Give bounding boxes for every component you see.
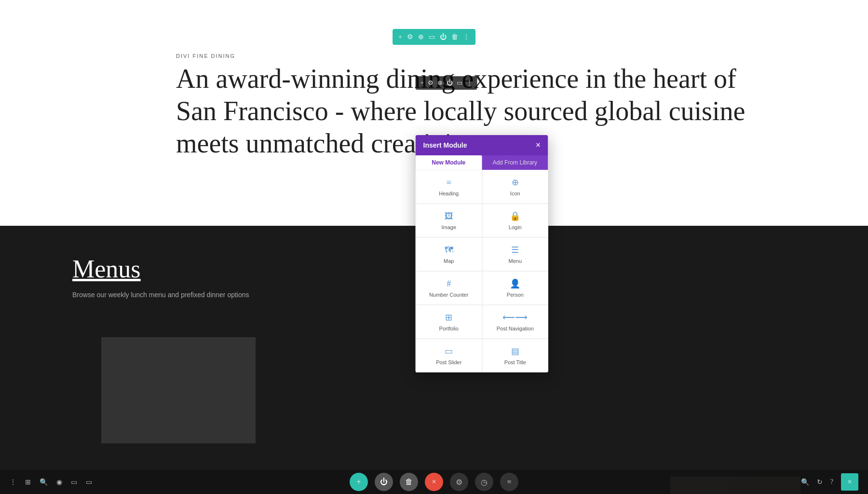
bb-mobile-icon[interactable]: ▭ [86,478,92,486]
portfolio-label: Portfolio [439,326,458,331]
heading-icon: ≡ [446,178,451,188]
module-item-portfolio[interactable]: ⊞ Portfolio [416,305,482,339]
module-item-login[interactable]: 🔒 Login [482,204,548,237]
inline-settings-icon[interactable]: ⚙ [428,79,434,87]
bb-circle-icon[interactable]: ◉ [56,478,62,486]
settings-icon[interactable]: ⚙ [407,33,413,41]
heading-label: Heading [439,191,459,196]
delete-icon[interactable]: 🗑 [451,33,458,41]
module-item-icon[interactable]: ⊕ Icon [482,170,548,204]
bb-add-button[interactable]: + [350,473,368,491]
post-navigation-label: Post Navigation [496,326,533,331]
person-label: Person [506,292,523,298]
bb-more-button[interactable]: ≡ [500,473,518,491]
insert-module-modal: Insert Module × New Module Add From Libr… [416,135,548,372]
image-label: Image [441,224,456,230]
module-item-post-slider[interactable]: ▭ Post Slider [416,339,482,372]
inline-duplicate-icon[interactable]: ⊕ [437,79,443,87]
modal-title: Insert Module [423,141,467,149]
module-item-person[interactable]: 👤 Person [482,271,548,305]
bb-menu-icon[interactable]: ⋮ [10,478,16,486]
module-item-image[interactable]: 🖼 Image [416,204,482,237]
bb-search-icon[interactable]: 🔍 [40,478,48,486]
menu-label: Menu [508,258,522,264]
map-icon: 🗺 [444,245,453,255]
add-icon[interactable]: + [398,33,402,41]
bb-delete-button[interactable]: 🗑 [400,473,418,491]
bb-close-button[interactable]: × [425,473,443,491]
post-title-icon: ▤ [511,346,519,357]
image-icon: 🖼 [444,211,453,221]
layout-icon[interactable]: ▭ [429,33,435,41]
bb-grid-icon[interactable]: ⊞ [25,478,31,486]
module-item-map[interactable]: 🗺 Map [416,237,482,271]
duplicate-icon[interactable]: ⊕ [418,33,424,41]
food-image-placeholder [101,337,256,443]
bb-desktop-icon[interactable]: ▭ [71,478,77,486]
login-label: Login [508,224,521,230]
bottom-bar-right: 🔍 ↻ ? × [801,473,858,491]
menu-icon: ☰ [511,245,519,255]
inline-toggle-icon[interactable]: ⏻ [447,79,453,87]
modal-header: Insert Module × [416,135,548,155]
post-slider-icon: ▭ [445,346,453,357]
bb-refresh-icon[interactable]: ↻ [817,478,823,486]
bb-exit-button[interactable]: × [841,473,858,491]
icon-label: Icon [510,191,520,196]
inline-layout-icon[interactable]: ▭ [457,79,462,87]
bottom-bar-left: ⋮ ⊞ 🔍 ◉ ▭ ▭ [10,478,92,486]
portfolio-icon: ⊞ [445,312,452,323]
login-icon: 🔒 [510,211,520,221]
person-icon: 👤 [510,278,520,289]
module-item-post-title[interactable]: ▤ Post Title [482,339,548,372]
module-item-post-navigation[interactable]: ⟵⟶ Post Navigation [482,305,548,339]
bottom-bar: ⋮ ⊞ 🔍 ◉ ▭ ▭ + ⏻ 🗑 × ⚙ ◷ ≡ 🔍 ↻ ? × [0,470,868,494]
bb-zoom-icon[interactable]: 🔍 [801,478,809,486]
post-slider-label: Post Slider [436,359,461,365]
inline-more-icon[interactable]: ⋮ [466,79,473,87]
tab-add-from-library[interactable]: Add From Library [482,155,548,170]
module-item-menu[interactable]: ☰ Menu [482,237,548,271]
modal-tabs: New Module Add From Library [416,155,548,170]
more-icon[interactable]: ⋮ [463,33,470,41]
module-toolbar-inline[interactable]: + ⚙ ⊕ ⏻ ▭ ⋮ [415,76,477,90]
post-navigation-icon: ⟵⟶ [502,312,528,323]
bb-help-icon[interactable]: ? [830,478,833,486]
toggle-icon[interactable]: ⏻ [440,33,447,41]
bb-power-button[interactable]: ⏻ [375,473,393,491]
site-label: DIVI FINE DINING [176,53,235,59]
modal-close-button[interactable]: × [536,141,540,150]
module-grid: ≡ Heading ⊕ Icon 🖼 Image 🔒 Login 🗺 Map [416,170,548,372]
section-toolbar-top[interactable]: + ⚙ ⊕ ▭ ⏻ 🗑 ⋮ [393,29,475,45]
module-item-number-counter[interactable]: # Number Counter [416,271,482,305]
bb-history-button[interactable]: ◷ [475,473,493,491]
module-item-heading[interactable]: ≡ Heading [416,170,482,204]
tab-new-module[interactable]: New Module [416,155,482,170]
number-counter-icon: # [447,279,451,289]
modal-container: Insert Module × New Module Add From Libr… [416,135,548,372]
map-label: Map [444,258,454,264]
bb-settings-button[interactable]: ⚙ [450,473,468,491]
inline-add-icon[interactable]: + [420,79,423,87]
bottom-bar-center: + ⏻ 🗑 × ⚙ ◷ ≡ [350,473,518,491]
icon-module-icon: ⊕ [511,177,518,188]
number-counter-label: Number Counter [429,292,468,298]
post-title-label: Post Title [504,359,526,365]
